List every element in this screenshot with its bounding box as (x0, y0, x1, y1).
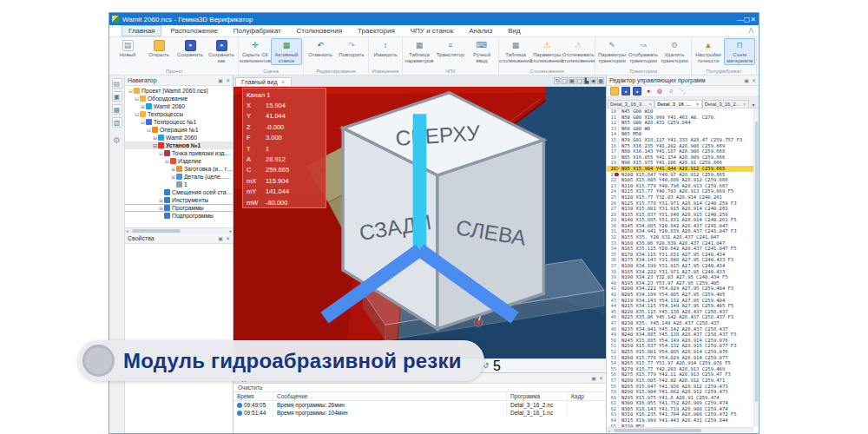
gcode-line[interactable]: 57N280 X15.805 Y42.02 A28.912 C259.471 (607, 378, 759, 384)
gcode-line[interactable]: 30N145 X34.885 Y20.842 A28.437 C241.047 (607, 223, 759, 229)
gcode-line-number[interactable]: 35 (607, 252, 619, 258)
gcode-line[interactable]: 22N105 X15.805 Y40.886 A28.912 C259.666 (607, 177, 759, 183)
gcode-line-number[interactable]: 13 (607, 126, 619, 132)
gcode-line[interactable]: 39N190 X34.23 Y32.03 A27.95 C240.434 F5 (607, 274, 759, 280)
tree-item[interactable]: ⊞Программы (125, 204, 233, 212)
ribbon-tab-Полуфабрикат[interactable]: Полуфабрикат (227, 25, 288, 36)
scroll-left-icon[interactable]: ◂ (126, 228, 128, 234)
gcode-line-number[interactable]: 58 (607, 384, 619, 390)
tree-expand-icon[interactable]: ⊞ (158, 197, 164, 203)
gcode-line-number[interactable]: 47 (607, 320, 619, 326)
gcode-line-number[interactable]: 37 (607, 263, 619, 269)
gcode-line[interactable]: 15N70 G01 X18.117 Y41.333 A28.47 C259.75… (607, 137, 759, 143)
gcode-line-number[interactable]: 11 (607, 115, 619, 121)
gcode-line[interactable]: 53N260 X15.778 Y54.029 A28.914 C259.077 (607, 355, 759, 361)
save-all-programs-icon[interactable]: ▪ (633, 87, 641, 95)
ribbon-tab-Траектория[interactable]: Траектория (351, 25, 402, 36)
ribbon-button[interactable]: ▤Новый (112, 38, 143, 60)
gcode-line[interactable]: 38N185 X34.222 Y31.971 A27.95 C240.433 (607, 269, 759, 275)
tree-expand-icon[interactable]: ⊟ (134, 95, 140, 102)
gcode-line[interactable]: 31N150 X34.941 Y20.839 A28.437 C241.047 … (607, 228, 759, 234)
scroll-left-icon[interactable]: ◂ (608, 428, 610, 433)
ribbon-button[interactable]: ▲Настройки точности (693, 38, 724, 65)
gcode-line[interactable]: 23N110 X15.779 Y40.796 A28.913 C259.667 (607, 183, 759, 189)
ribbon-tab-Анализ[interactable]: Анализ (462, 25, 499, 36)
tree-expand-icon[interactable]: ⊟ (164, 158, 170, 164)
gcode-line[interactable]: 20N95 X15.904 Y41.044 A28.912 C259.665 (607, 166, 759, 172)
gcode-line-number[interactable]: 53 (607, 355, 619, 361)
gcode-line[interactable]: 32N155 X35. Y20.831 A28.437 C241.047 (607, 234, 759, 240)
front-view-icon[interactable]: ▢ (561, 77, 568, 84)
gcode-line-number[interactable]: 30 (607, 223, 619, 229)
gcode-line-number[interactable]: 27 (607, 206, 619, 212)
scroll-right-icon[interactable]: ▸ (229, 228, 232, 234)
tree-expand-icon[interactable]: ⊟ (158, 150, 164, 156)
ribbon-button[interactable]: ▪Сохранить (174, 38, 206, 60)
dock-panel-icon[interactable]: ▣ (218, 77, 223, 83)
tree-item[interactable]: Подпрограммы (125, 212, 233, 220)
gcode-line-number[interactable]: 24 (607, 188, 619, 194)
tree-item[interactable]: ⊞Инструменты (125, 196, 233, 204)
gcode-line[interactable]: 58N285 X15.847 Y41.936 A28.912 C259.473 (607, 384, 759, 390)
gcode-line[interactable]: 48N235 X34.941 Y45.142 A28.437 C258.437 (607, 326, 759, 332)
editor-vscrollbar[interactable] (753, 108, 759, 427)
gcode-line-number[interactable]: 41 (607, 286, 619, 292)
gcode-line[interactable]: 18N85 X16.055 Y41.154 A28.909 C259.666 (607, 155, 759, 161)
ribbon-button[interactable]: ▦Таблица столкновений (500, 38, 531, 65)
tree-expand-icon[interactable]: ⊟ (134, 111, 140, 117)
gcode-line[interactable]: 60N295 X15.975 Y41.8 A28.91 C259.474 (607, 395, 759, 401)
gcode-line[interactable]: 27N130 X15.801 Y31.915 A28.914 C240.261 (607, 206, 759, 212)
close-tab-icon[interactable]: ✕ (695, 102, 699, 107)
breakpoint-icon[interactable] (615, 173, 619, 177)
tree-item[interactable]: ⊟Оборудование (125, 95, 233, 102)
gcode-line-number[interactable]: 61 (607, 400, 619, 406)
gcode-line[interactable]: 34N165 X35.115 Y20.842 A28.437 C241.047 … (607, 246, 759, 252)
ribbon-tab-Вид[interactable]: Вид (501, 25, 527, 36)
ribbon-tab-Главная[interactable]: Главная (122, 25, 161, 36)
ribbon-button[interactable]: Открыть (143, 38, 174, 60)
gcode-line-number[interactable]: 64 (607, 418, 619, 424)
ribbon-button[interactable]: ✛Скрыть СК компонентов (240, 38, 271, 65)
ribbon-button[interactable]: ✎Параметры траектории (596, 38, 628, 65)
navigator-panel-icon[interactable]: ▤ (112, 78, 122, 89)
gcode-line-number[interactable]: 23 (607, 183, 619, 189)
dock-panel-icon[interactable]: ▣ (744, 77, 749, 83)
gcode-line-number[interactable]: 39 (607, 274, 619, 280)
gcode-line-number[interactable]: 28 (607, 212, 619, 218)
ribbon-button[interactable]: ↝Отображать траектории (628, 38, 659, 65)
gcode-line-number[interactable]: 22 (607, 177, 619, 183)
gcode-line-number[interactable]: 17 (607, 148, 619, 155)
gcode-line-number[interactable]: 60 (607, 395, 619, 401)
gcode-line[interactable]: 49N240 X34.885 Y45.138 A28.437 C258.437 … (607, 332, 759, 338)
gcode-line[interactable]: 47N230 X35. Y45.149 A28.437 C258.437 (607, 320, 759, 326)
tree-expand-icon[interactable]: ⊟ (152, 142, 158, 148)
ribbon-button[interactable]: ⌨Ручной ввод команд (466, 38, 497, 65)
dock-panel-icon[interactable]: ▣ (218, 235, 223, 241)
grid-view-icon[interactable]: ▦ (569, 77, 575, 84)
close-panel-icon[interactable]: ✕ (599, 375, 603, 381)
ribbon-tab-Расположение[interactable]: Расположение (163, 25, 224, 36)
ribbon-button[interactable]: ↕Измерить (370, 38, 401, 60)
gcode-line[interactable]: 16N75 X16.235 Y41.202 A28.908 C259.669 (607, 143, 759, 149)
journal-clear-button[interactable]: Очистить (238, 385, 262, 391)
scene-panel-icon[interactable]: ▣ (112, 91, 122, 102)
gcode-line[interactable]: 46N225 X35.06 Y45.142 A28.437 C258.437 F… (607, 314, 759, 320)
gcode-line-number[interactable]: 57 (607, 378, 619, 384)
ribbon-button[interactable]: ⊓Съем материала (724, 38, 755, 65)
ribbon-button[interactable]: ⚙Удалить траектории (659, 38, 690, 65)
ribbon-button[interactable]: ≡Транслятор (435, 38, 466, 60)
tree-item[interactable]: Смещения осей станка (125, 188, 233, 196)
gcode-line[interactable]: 21N100 X15.847 Y40.97 A28.912 C259.665 (607, 172, 759, 178)
gcode-line-number[interactable]: 55 (607, 366, 619, 372)
gcode-line[interactable]: 19N90 X15.975 Y41.106 A28.91 C259.666 (607, 160, 759, 166)
gcode-line-number[interactable]: 44 (607, 303, 619, 309)
close-panel-icon[interactable]: ✕ (226, 235, 230, 241)
ribbon-tab-ЧПУ и станок[interactable]: ЧПУ и станок (404, 25, 460, 36)
minimize-button[interactable]: — (737, 16, 744, 23)
tree-expand-icon[interactable]: ⊞ (170, 174, 176, 180)
gcode-line[interactable]: 56N275 X15.779 Y42.11 A28.913 C259.47 F3 (607, 372, 759, 378)
ribbon-button[interactable]: ▦Активный станок (271, 38, 302, 65)
gcode-line-number[interactable]: 50 (607, 338, 619, 344)
gcode-line[interactable]: 52N255 X15.801 Y54.085 A28.914 C259.076 (607, 349, 759, 355)
tree-item[interactable]: ⊞Wamit 2060 (125, 134, 233, 141)
